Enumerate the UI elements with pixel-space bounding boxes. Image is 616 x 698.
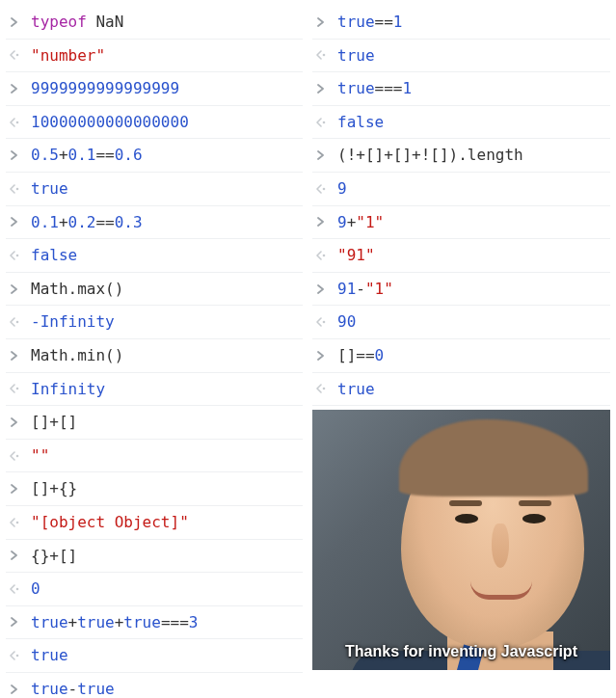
- input-chevron-icon: [314, 84, 328, 94]
- console-input-row[interactable]: Math.max(): [6, 273, 303, 307]
- console-input-text: []==0: [337, 343, 384, 368]
- console-output-row: -Infinity: [6, 306, 303, 339]
- svg-point-15: [323, 321, 326, 324]
- input-chevron-icon: [314, 217, 328, 227]
- console-input-row[interactable]: []+{}: [6, 472, 303, 506]
- console-output-text: "91": [337, 243, 375, 268]
- input-chevron-icon: [314, 351, 328, 361]
- console-input-row[interactable]: []+[]: [6, 406, 303, 440]
- svg-point-14: [323, 255, 326, 257]
- console-output-row: "number": [6, 40, 303, 73]
- output-chevron-icon: [8, 584, 21, 594]
- console-input-text: Math.min(): [31, 343, 123, 368]
- console-input-row[interactable]: typeof NaN: [6, 6, 303, 40]
- console-output-text: true: [31, 643, 68, 668]
- console-output-row: Infinity: [6, 373, 303, 407]
- input-chevron-icon: [314, 17, 328, 27]
- console-output-row: true: [312, 373, 610, 407]
- console-input-text: (!+[]+[]+![]).length: [337, 143, 523, 168]
- svg-point-8: [16, 588, 19, 591]
- console-output-row: 10000000000000000: [6, 106, 303, 140]
- console-input-text: 9+"1": [337, 210, 384, 235]
- input-chevron-icon: [8, 284, 21, 294]
- meme-caption: Thanks for inventing Javascript: [312, 643, 610, 660]
- console-output-row: true: [6, 173, 303, 206]
- svg-point-1: [16, 121, 19, 123]
- output-chevron-icon: [8, 451, 21, 461]
- console-output-text: 90: [337, 309, 356, 335]
- svg-point-2: [16, 187, 19, 190]
- console-output-row: 90: [312, 306, 610, 339]
- console-output-text: "[object Object]": [31, 510, 189, 535]
- console-input-text: true===1: [337, 76, 412, 101]
- console-input-row[interactable]: []==0: [312, 339, 610, 373]
- svg-point-16: [323, 388, 326, 390]
- input-chevron-icon: [8, 685, 21, 694]
- output-chevron-icon: [314, 384, 328, 393]
- input-chevron-icon: [314, 150, 328, 160]
- svg-point-13: [323, 187, 326, 190]
- console-output-text: false: [337, 110, 384, 135]
- input-chevron-icon: [8, 150, 21, 160]
- output-chevron-icon: [8, 317, 21, 327]
- console-input-row[interactable]: true==1: [312, 6, 610, 40]
- console-input-text: 9999999999999999: [31, 76, 179, 101]
- svg-point-9: [16, 655, 19, 658]
- console-input-row[interactable]: (!+[]+[]+![]).length: [312, 139, 610, 173]
- console-input-row[interactable]: true===1: [312, 72, 610, 106]
- svg-point-11: [323, 54, 326, 57]
- console-input-row[interactable]: 0.1+0.2==0.3: [6, 206, 303, 240]
- console-input-text: Math.max(): [31, 277, 123, 302]
- console-input-text: 0.5+0.1==0.6: [31, 143, 143, 168]
- console-input-text: true-true: [31, 677, 115, 698]
- output-chevron-icon: [314, 50, 328, 60]
- console-input-row[interactable]: true-true: [6, 673, 303, 698]
- svg-point-3: [16, 255, 19, 257]
- svg-point-7: [16, 521, 19, 524]
- console-output-text: false: [31, 243, 77, 268]
- output-chevron-icon: [8, 251, 21, 260]
- console-input-row[interactable]: 9+"1": [312, 206, 610, 240]
- console-input-text: true+true+true===3: [31, 610, 198, 635]
- console-input-row[interactable]: 9999999999999999: [6, 72, 303, 106]
- console-output-row: 9: [312, 173, 610, 206]
- output-chevron-icon: [8, 518, 21, 527]
- console-input-row[interactable]: Math.min(): [6, 339, 303, 373]
- console-input-text: 91-"1": [337, 277, 393, 302]
- console-input-row[interactable]: true+true+true===3: [6, 606, 303, 640]
- console-input-text: []+{}: [31, 476, 77, 501]
- console-input-row[interactable]: {}+[]: [6, 540, 303, 574]
- input-chevron-icon: [8, 417, 21, 427]
- svg-point-12: [323, 121, 326, 123]
- console-column-right: true==1truetrue===1false(!+[]+[]+![]).le…: [312, 6, 610, 670]
- svg-point-5: [16, 388, 19, 390]
- console-input-text: {}+[]: [31, 544, 77, 569]
- console-input-row[interactable]: 0.5+0.1==0.6: [6, 139, 303, 173]
- console-output-text: true: [337, 43, 375, 68]
- input-chevron-icon: [8, 217, 21, 227]
- console-output-text: 0: [31, 577, 40, 602]
- console-output-row: false: [6, 239, 303, 273]
- input-chevron-icon: [8, 484, 21, 494]
- console-output-text: "number": [31, 43, 105, 68]
- console-input-text: 0.1+0.2==0.3: [31, 210, 143, 235]
- console-output-row: "91": [312, 239, 610, 273]
- console-output-row: false: [312, 106, 610, 140]
- output-chevron-icon: [8, 50, 21, 60]
- console-output-text: 9: [337, 176, 347, 201]
- console-input-row[interactable]: 91-"1": [312, 273, 610, 307]
- console-input-text: typeof NaN: [31, 10, 123, 35]
- svg-point-0: [16, 54, 19, 57]
- output-chevron-icon: [8, 118, 21, 127]
- input-chevron-icon: [8, 617, 21, 627]
- console-output-text: true: [31, 176, 68, 201]
- console-output-text: 10000000000000000: [31, 110, 189, 135]
- svg-point-4: [16, 321, 19, 324]
- input-chevron-icon: [8, 84, 21, 94]
- output-chevron-icon: [8, 651, 21, 660]
- console-input-text: true==1: [337, 10, 402, 35]
- output-chevron-icon: [314, 317, 328, 327]
- output-chevron-icon: [8, 384, 21, 393]
- console-output-row: true: [312, 40, 610, 73]
- output-chevron-icon: [8, 184, 21, 194]
